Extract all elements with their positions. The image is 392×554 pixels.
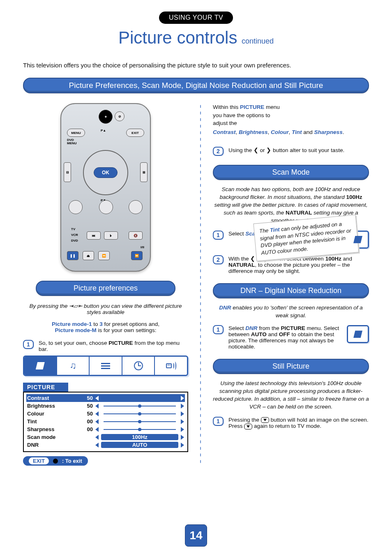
- still-button-icon-2: [244, 424, 252, 429]
- right-arrow-icon: [181, 419, 184, 424]
- remote-ok-button: OK: [94, 167, 118, 178]
- remote-round-3: [129, 200, 143, 214]
- osd-row-name: DNR: [27, 442, 76, 448]
- osd-row-tint: Tint00: [26, 418, 185, 425]
- remote-vcr-label: VCR: [71, 233, 78, 237]
- osd-row-colour: Colour50: [26, 410, 185, 418]
- remote-control-illustration: ✦ ⊘ MENU EXIT P▲ DVD MENU OK ⊟ ⊞ P▼: [60, 103, 151, 272]
- osd-chip: AUTO: [101, 442, 178, 448]
- still-button-icon: [261, 417, 269, 423]
- exit-dot-icon: [53, 459, 58, 464]
- still-step-marker-1: 1: [213, 417, 224, 426]
- remote-still-button: ❚❚: [67, 251, 78, 260]
- osd-row-value: 50: [79, 403, 93, 409]
- osd-row-sharpness: Sharpness00: [26, 425, 185, 433]
- dnr-desc: DNR enables you to 'soften' the screen r…: [213, 304, 369, 320]
- osd-slider: [104, 413, 176, 414]
- scan-step-2-text: With the ❮ or ❯ button select between 10…: [228, 255, 369, 274]
- remote-vol-minus: ⊟: [64, 162, 71, 182]
- picture-pref-caption: By pressing the ⤛▱⤜ button you can view …: [23, 302, 188, 315]
- menu-lang-icon: abc: [155, 357, 187, 375]
- page-subtitle: continued: [242, 37, 274, 45]
- section-bar: Picture Preferences, Scan Mode, Digital …: [23, 78, 369, 93]
- osd-row-value: 50: [79, 395, 93, 401]
- dnr-step-1-text: Select DNR from the PICTURE menu. Select…: [228, 325, 342, 350]
- right-arrow-icon: [181, 427, 184, 432]
- dnr-bar: DNR – Digital Noise Reduction: [213, 283, 369, 298]
- left-arrow-icon: [95, 443, 99, 448]
- exit-hint: EXIT : To exit: [23, 456, 88, 466]
- remote-btn-top-right: ⊘: [115, 111, 125, 121]
- remote-audio-label: I/II: [141, 245, 144, 249]
- osd-row-name: Contrast: [27, 395, 76, 401]
- menu-sound-icon: ♫: [57, 357, 90, 375]
- remote-tv-label: TV: [71, 227, 75, 231]
- osd-row-dnr: DNRAUTO: [26, 441, 185, 449]
- osd-slider: [104, 421, 176, 422]
- page-number: 14: [185, 524, 207, 547]
- osd-row-brightness: Brightness50: [26, 402, 185, 410]
- left-step-1: 1 So, to set your own, choose PICTURE fr…: [23, 340, 188, 352]
- page-title-row: Picture controls continued: [23, 28, 369, 48]
- section-pill: USING YOUR TV: [159, 12, 233, 24]
- left-arrow-icon: [95, 419, 99, 424]
- osd-slider: [104, 406, 176, 406]
- remote-play-button: ⏵: [104, 231, 118, 240]
- remote-exit-button: EXIT: [126, 129, 144, 137]
- remote-menu-button: MENU: [67, 129, 85, 137]
- remote-rew-button: ⏪: [98, 251, 110, 260]
- osd-row-scan-mode: Scan mode100Hz: [26, 433, 185, 441]
- remote-dvd-label: DVD: [71, 239, 78, 242]
- dnr-step-marker-1: 1: [213, 325, 224, 334]
- picture-preferences-bar: Picture preferences: [36, 281, 175, 296]
- remote-power-icon: ✦: [99, 110, 113, 124]
- menu-picture-icon: [24, 357, 57, 375]
- left-arrow-icon: [95, 404, 99, 409]
- osd-row-name: Sharpness: [27, 426, 76, 432]
- step-marker-1: 1: [23, 340, 34, 349]
- scan-mode-bar: Scan Mode: [213, 165, 369, 180]
- osd-row-value: 50: [79, 411, 93, 417]
- scan-step-marker-2: 2: [213, 255, 224, 264]
- page-title: Picture controls: [118, 28, 237, 47]
- right-step-marker-2: 2: [213, 147, 224, 156]
- left-arrow-icon: [95, 427, 99, 432]
- right-arrow-icon: [181, 411, 184, 416]
- remote-round-1: [69, 200, 83, 214]
- remote-prev-button: ⏮: [87, 231, 101, 240]
- left-arrow-icon: [95, 411, 99, 416]
- right-arrow-icon: [181, 443, 184, 448]
- osd-row-value: 00: [79, 418, 93, 425]
- osd-row-contrast: Contrast50: [26, 394, 185, 402]
- exit-button-label: EXIT: [29, 457, 49, 464]
- right-step-2-text: Using the ❮ or ❯ button alter to suit yo…: [228, 147, 369, 153]
- remote-nav-ring: OK: [83, 150, 128, 195]
- top-menu-bar: ♫ abc: [23, 355, 188, 376]
- menu-features-icon: [90, 357, 122, 375]
- remote-round-2: [99, 200, 113, 214]
- size-icon: ⤛▱⤜: [69, 303, 82, 309]
- still-bar: Still Picture: [213, 359, 369, 374]
- right-arrow-icon: [181, 404, 184, 409]
- still-step-1-text: Pressing the button will hold an image o…: [228, 417, 369, 429]
- right-para-1b: Contrast, Brightness, Colour, Tint and S…: [213, 128, 369, 136]
- remote-eject-button: ⏏: [83, 251, 94, 260]
- remote-p-up-label: P▲: [101, 129, 106, 132]
- osd-panel: Contrast50Brightness50Colour50Tint00Shar…: [23, 392, 188, 452]
- osd-row-name: Brightness: [27, 403, 76, 409]
- osd-row-value: 00: [79, 426, 93, 432]
- remote-mute-button: 🔇: [129, 231, 143, 240]
- dnr-picture-icon: [347, 325, 369, 343]
- intro-text: This television offers you the choice of…: [23, 62, 369, 69]
- osd-row-name: Tint: [27, 418, 76, 425]
- left-arrow-icon: [95, 396, 99, 401]
- menu-timer-icon: [122, 357, 155, 375]
- still-desc: Using the latest technology this televis…: [213, 380, 369, 411]
- exit-text: : To exit: [62, 458, 82, 464]
- scan-step-marker-1: 1: [213, 231, 224, 240]
- osd-row-name: Colour: [27, 411, 76, 417]
- right-arrow-icon: [181, 396, 184, 401]
- remote-vol-plus: ⊞: [140, 162, 148, 182]
- osd-slider: [104, 398, 176, 399]
- right-para-1: Within this PICTURE menu you have the op…: [213, 103, 283, 127]
